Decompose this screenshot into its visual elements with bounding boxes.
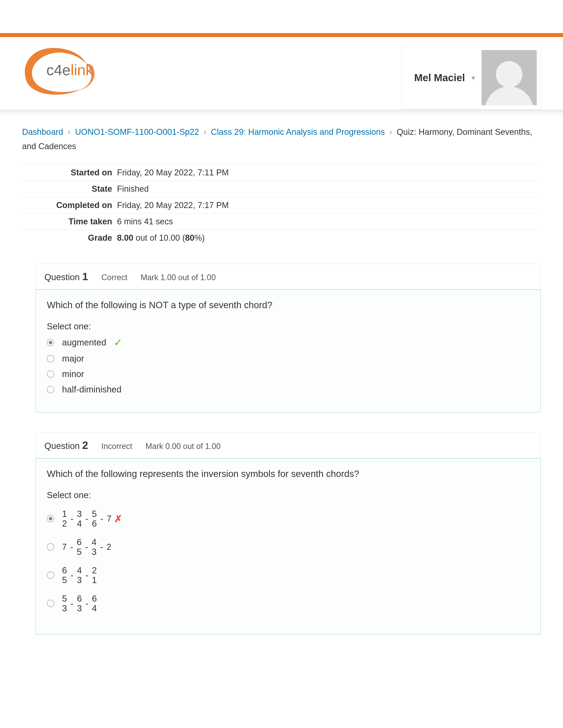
breadcrumb-sep: › xyxy=(387,127,395,137)
breadcrumb-sep: › xyxy=(65,127,73,137)
select-one-label: Select one: xyxy=(47,490,529,500)
radio-icon xyxy=(47,571,54,579)
top-accent-bar xyxy=(0,33,563,37)
breadcrumb-link[interactable]: Class 29: Harmonic Analysis and Progress… xyxy=(211,127,385,137)
grade-pct: 80 xyxy=(185,233,194,242)
radio-icon xyxy=(47,339,54,346)
select-one-label: Select one: xyxy=(47,321,529,331)
question-mark: Mark 0.00 out of 1.00 xyxy=(145,442,220,451)
question-index: 1 xyxy=(82,271,88,282)
radio-icon xyxy=(47,370,54,378)
table-row: Time taken 6 mins 41 secs xyxy=(22,214,541,230)
question-status: Correct xyxy=(101,273,127,282)
attempt-summary-table: Started on Friday, 20 May 2022, 7:11 PM … xyxy=(22,164,541,246)
question-body: Which of the following is NOT a type of … xyxy=(35,289,541,413)
summary-label: State xyxy=(22,181,117,197)
option-text: half-diminished xyxy=(62,385,121,394)
summary-value: Finished xyxy=(117,181,541,197)
summary-grade: 8.00 out of 10.00 (80%) xyxy=(117,230,541,246)
inversion-notation: 12 - 34 - 56 - 7 ✗ xyxy=(62,509,122,528)
question-mark: Mark 1.00 out of 1.00 xyxy=(141,273,216,282)
question-label: Question xyxy=(44,441,82,451)
answer-option[interactable]: minor xyxy=(47,369,529,379)
table-row: Grade 8.00 out of 10.00 (80%) xyxy=(22,230,541,246)
content: Dashboard › UONO1-SOMF-1100-O001-Sp22 › … xyxy=(0,125,563,634)
header: c4elink Mel Maciel ▾ xyxy=(0,37,563,109)
summary-label: Grade xyxy=(22,230,117,246)
chevron-down-icon: ▾ xyxy=(472,74,475,82)
option-text: augmented xyxy=(62,338,106,347)
radio-icon xyxy=(47,515,54,522)
answer-option[interactable]: 53 - 63 - 64 xyxy=(47,594,529,613)
summary-label: Time taken xyxy=(22,214,117,230)
breadcrumb-link[interactable]: UONO1-SOMF-1100-O001-Sp22 xyxy=(75,127,199,137)
breadcrumb-link[interactable]: Dashboard xyxy=(22,127,63,137)
summary-value: Friday, 20 May 2022, 7:17 PM xyxy=(117,197,541,214)
answer-option[interactable]: 65 - 43 - 21 xyxy=(47,565,529,585)
question-number: Question 1 xyxy=(44,270,88,283)
grade-end: %) xyxy=(194,233,205,242)
breadcrumb: Dashboard › UONO1-SOMF-1100-O001-Sp22 › … xyxy=(22,125,541,153)
radio-icon xyxy=(47,355,54,362)
answer-option[interactable]: 12 - 34 - 56 - 7 ✗ xyxy=(47,509,529,528)
option-text: minor xyxy=(62,369,84,379)
check-icon: ✓ xyxy=(114,337,122,348)
inversion-notation: 65 - 43 - 21 xyxy=(62,565,97,585)
table-row: State Finished xyxy=(22,181,541,197)
cross-icon: ✗ xyxy=(114,513,122,524)
question-header: Question 2 Incorrect Mark 0.00 out of 1.… xyxy=(36,433,541,458)
answer-option[interactable]: augmented ✓ xyxy=(47,337,529,348)
question-number: Question 2 xyxy=(44,439,88,451)
inversion-notation: 53 - 63 - 64 xyxy=(62,594,97,613)
summary-label: Started on xyxy=(22,165,117,181)
question-prompt: Which of the following is NOT a type of … xyxy=(47,300,529,310)
radio-icon xyxy=(47,600,54,607)
question-card: Question 1 Correct Mark 1.00 out of 1.00 xyxy=(35,264,541,289)
avatar xyxy=(482,50,537,105)
question-body: Which of the following represents the in… xyxy=(35,458,541,634)
answer-option[interactable]: major xyxy=(47,354,529,364)
summary-value: 6 mins 41 secs xyxy=(117,214,541,230)
inversion-notation: 7 - 65 - 43 - 2 xyxy=(62,537,111,557)
summary-value: Friday, 20 May 2022, 7:11 PM xyxy=(117,165,541,181)
grade-score: 8.00 xyxy=(117,233,133,242)
user-name: Mel Maciel xyxy=(405,72,465,84)
question-card: Question 2 Incorrect Mark 0.00 out of 1.… xyxy=(35,432,541,458)
option-text: major xyxy=(62,354,84,364)
logo-suffix: link xyxy=(71,62,93,78)
question-index: 2 xyxy=(82,439,88,451)
breadcrumb-sep: › xyxy=(201,127,209,137)
table-row: Started on Friday, 20 May 2022, 7:11 PM xyxy=(22,165,541,181)
radio-icon xyxy=(47,543,54,551)
site-logo[interactable]: c4elink xyxy=(13,44,110,97)
grade-mid: out of 10.00 ( xyxy=(133,233,185,242)
question-header: Question 1 Correct Mark 1.00 out of 1.00 xyxy=(36,264,541,289)
header-shadow xyxy=(0,109,563,116)
user-menu[interactable]: Mel Maciel ▾ xyxy=(401,46,541,109)
question-prompt: Which of the following represents the in… xyxy=(47,469,529,479)
table-row: Completed on Friday, 20 May 2022, 7:17 P… xyxy=(22,197,541,214)
question-status: Incorrect xyxy=(101,442,132,451)
page: c4elink Mel Maciel ▾ Dashboard › UONO1-S… xyxy=(0,33,563,728)
question-label: Question xyxy=(44,272,82,282)
logo-text: c4elink xyxy=(46,61,93,79)
radio-icon xyxy=(47,386,54,393)
logo-prefix: c4e xyxy=(46,62,71,78)
answer-option[interactable]: 7 - 65 - 43 - 2 xyxy=(47,537,529,557)
summary-label: Completed on xyxy=(22,197,117,214)
answer-option[interactable]: half-diminished xyxy=(47,385,529,394)
